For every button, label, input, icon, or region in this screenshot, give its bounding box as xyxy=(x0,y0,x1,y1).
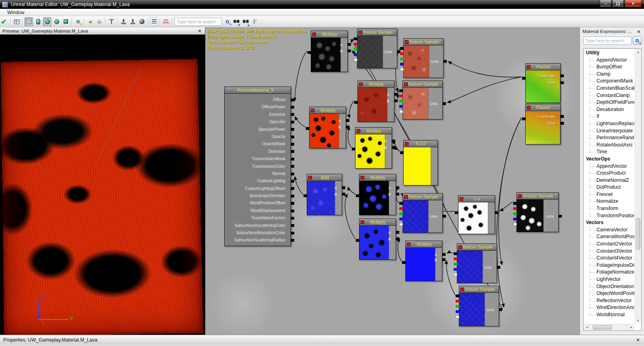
node-header[interactable]: 8,2,0 xyxy=(404,140,438,147)
preview-teapot-button[interactable] xyxy=(43,17,52,26)
output-pin-0[interactable] xyxy=(522,117,526,120)
expression-item-foliageimpulsedirection[interactable]: FoliageImpulseDirection xyxy=(584,262,634,269)
expression-item-appendvector[interactable]: AppendVector xyxy=(584,57,634,64)
node-header[interactable]: Add xyxy=(307,174,342,181)
node-texsample-red2[interactable]: Texture SampleUVs xyxy=(402,80,443,119)
node-header[interactable]: Texture Sample xyxy=(404,39,443,45)
expression-item-constantclamp[interactable]: ConstantClamp xyxy=(584,92,634,99)
input-pin-tessellationfactors[interactable] xyxy=(291,217,294,220)
expression-item-objectworldposition[interactable]: ObjectWorldPosition xyxy=(584,290,634,297)
node-multiply-emissive[interactable]: MultiplyAB xyxy=(309,107,346,148)
output-pin-4[interactable] xyxy=(399,223,403,226)
node-panner-1[interactable]: PannerCoordinateTime xyxy=(525,63,561,103)
output-pin-3[interactable] xyxy=(400,63,404,66)
realtime-preview-toggle-icon[interactable] xyxy=(405,40,409,44)
input-pin-uvs[interactable] xyxy=(442,102,446,105)
expression-item-transform[interactable]: Transform xyxy=(584,205,634,212)
input-pin-a[interactable] xyxy=(342,186,345,189)
expressions-close-icon[interactable]: × xyxy=(636,29,642,35)
expression-item-derivenormalz[interactable]: DeriveNormalZ xyxy=(584,177,634,184)
output-pin-4[interactable] xyxy=(354,58,357,61)
output-pin-0[interactable] xyxy=(399,89,403,92)
home-button[interactable]: ◄ xyxy=(86,17,94,26)
input-pin-specularpower[interactable] xyxy=(291,128,294,131)
realtime-preview-toggle-icon[interactable] xyxy=(359,31,362,34)
material-preview-viewport[interactable]: Z Y X xyxy=(0,35,205,335)
node-header[interactable]: Multiply xyxy=(355,128,392,134)
expression-item-foliagenormalizedrotation[interactable]: FoliageNormalizedRotation xyxy=(584,269,634,276)
output-pin-3[interactable] xyxy=(399,105,403,108)
output-pin-4[interactable] xyxy=(400,68,404,71)
expression-item-depthoffieldfunction[interactable]: DepthOfFieldFunction xyxy=(584,99,634,106)
preview-cylinder-button[interactable] xyxy=(34,17,42,26)
node-multiply-blueblack[interactable]: MultiplyAB xyxy=(359,174,396,215)
vertical-scrollbar[interactable]: ▲ ▼ xyxy=(635,49,641,323)
node-header[interactable]: PreviewMaterial_9 xyxy=(225,87,291,94)
realtime-preview-toggle-icon[interactable] xyxy=(460,197,463,201)
node-header[interactable]: Texture Sample xyxy=(357,29,397,36)
properties-window-button[interactable] xyxy=(12,17,21,26)
restore-button[interactable] xyxy=(612,0,624,7)
input-pin-transmissioncolor[interactable] xyxy=(291,165,294,168)
node-multiply-yellow[interactable]: MultiplyAB xyxy=(355,127,392,169)
output-pin-3[interactable] xyxy=(513,218,517,220)
node-header[interactable]: Panner xyxy=(526,104,560,111)
toolbar-search-input[interactable] xyxy=(174,18,222,26)
view-hlsl-button[interactable]: HLSL xyxy=(162,17,170,26)
expression-item-time[interactable]: Time xyxy=(584,148,634,156)
scroll-up-icon[interactable]: ▲ xyxy=(635,49,641,55)
node-header[interactable]: Texture Sample xyxy=(459,286,499,293)
node-texsample-blue1[interactable]: Texture SampleUVs xyxy=(402,193,443,233)
expression-category-vectorops[interactable]: VectorOps xyxy=(584,156,634,163)
output-pin-0[interactable] xyxy=(308,51,311,54)
expressions-search-input[interactable] xyxy=(583,37,632,45)
realtime-preview-toggle-icon[interactable] xyxy=(527,106,530,109)
expressions-panel-header[interactable]: Material Expressions: ... × xyxy=(580,27,644,35)
input-pin-b[interactable] xyxy=(346,126,349,128)
input-pin-time[interactable] xyxy=(560,122,564,125)
expression-item-cameraworldposition[interactable]: CameraWorldPosition xyxy=(584,233,634,241)
node-add-normal[interactable]: AddAB xyxy=(307,174,342,215)
node-header[interactable]: Multiply xyxy=(359,219,396,226)
output-pin-0[interactable] xyxy=(513,202,517,205)
output-pin-0[interactable] xyxy=(306,127,310,130)
expression-item-worldnormal[interactable]: WorldNormal xyxy=(584,311,634,319)
realtime-preview-toggle-icon[interactable] xyxy=(312,33,316,36)
input-pin-b[interactable] xyxy=(442,258,446,261)
realtime-preview-toggle-icon[interactable] xyxy=(407,243,411,246)
node-texsample-red1[interactable]: Texture SampleUVs xyxy=(403,38,444,78)
output-pin-3[interactable] xyxy=(454,268,457,271)
input-pin-uvs[interactable] xyxy=(558,215,562,218)
node-header[interactable]: Texture Sample xyxy=(403,81,442,88)
expression-item-constant3vector[interactable]: Constant3Vector xyxy=(584,248,634,255)
vertical-scroll-thumb[interactable] xyxy=(636,218,640,249)
input-pin-transmissionmask[interactable] xyxy=(291,158,294,161)
expression-item-fresnel[interactable]: Fresnel xyxy=(584,191,634,198)
input-pin-subsurfacescatteringradius[interactable] xyxy=(291,239,294,242)
scroll-right-icon[interactable]: ► xyxy=(628,324,634,330)
input-pin-a[interactable] xyxy=(442,253,446,256)
node-header[interactable]: Texture Sample xyxy=(517,193,558,200)
output-pin-1[interactable] xyxy=(400,52,404,55)
expression-item-rotateaboutaxis[interactable]: RotateAboutAxis xyxy=(584,142,634,149)
realtime-preview-toggle-icon[interactable] xyxy=(404,195,408,199)
input-pin-subsurfaceabsorptioncolor[interactable] xyxy=(291,232,294,235)
node-panner-2[interactable]: PannerCoordinateTime xyxy=(525,104,561,144)
node-header[interactable]: Texture Sample xyxy=(457,244,497,251)
expression-item-bumpoffset[interactable]: BumpOffset xyxy=(584,64,634,71)
expressions-search-button[interactable] xyxy=(633,36,642,45)
input-pin-uvs[interactable] xyxy=(497,266,500,269)
expression-item-winddirectionandspeed[interactable]: WindDirectionAndSpeed xyxy=(584,304,634,311)
output-pin-0[interactable] xyxy=(454,252,457,255)
expression-item-clamp[interactable]: Clamp xyxy=(584,71,634,78)
expression-item-desaturation[interactable]: Desaturation xyxy=(584,106,634,113)
output-pin-2[interactable] xyxy=(399,100,403,103)
stats-toggle-button[interactable] xyxy=(150,17,158,26)
node-header[interactable]: Texture Sample xyxy=(403,194,442,200)
realtime-preview-toggle-icon[interactable] xyxy=(404,82,408,86)
preview-close-icon[interactable]: × xyxy=(197,28,202,34)
realtime-preview-toggle-icon[interactable] xyxy=(361,176,364,179)
input-pin-a[interactable] xyxy=(347,43,351,46)
output-pin-0[interactable] xyxy=(352,148,355,150)
input-pin-uvs[interactable] xyxy=(443,60,447,63)
